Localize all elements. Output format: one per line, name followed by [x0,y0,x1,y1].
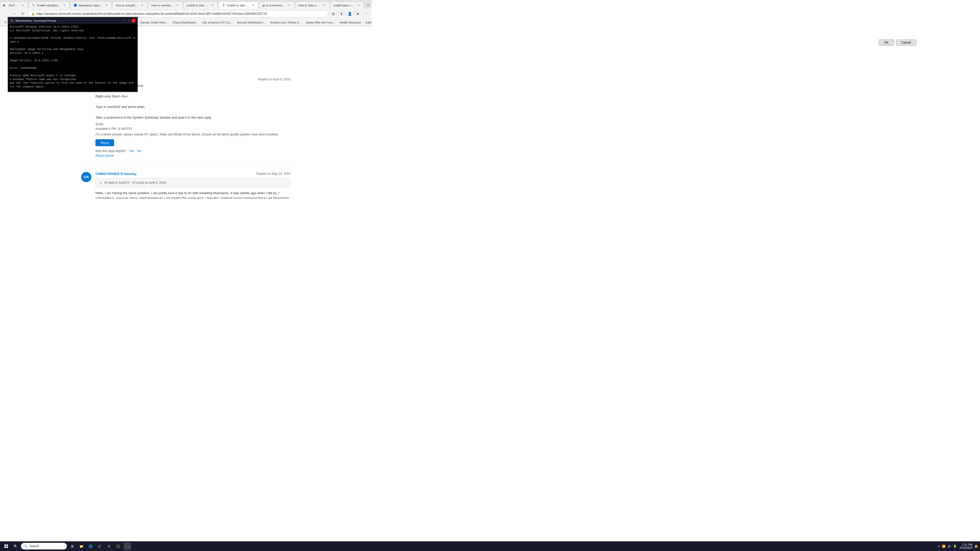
bookmark-label-earth: Earth Defense Force: I... [366,21,372,24]
tab-title-ss: go to screenshot ... [262,4,286,7]
tab-enable-virtual[interactable]: 🔧 Enable virtualizati... ✕ [29,2,70,9]
no-link-sumit[interactable]: No [137,149,141,153]
address-bar[interactable]: 🔒 https://answers.microsoft.com/en-us/wi… [28,10,328,17]
reply-date-christopher: Replied on May 14, 2023 [256,172,290,176]
new-tab-button[interactable]: + [364,2,372,9]
profile-icon[interactable]: 👤 [346,10,353,17]
main-content: ⬛ Administrator: Command Prompt ─ □ ✕ Mi… [0,26,372,199]
bookmark-chevy[interactable]: Chevy Dashboard... [171,20,200,25]
toolbar-icons: ⊞ ⬇ 👤 ★ ⋯ [330,10,369,17]
tab-how-to[interactable]: How to Take a S... ✕ [295,2,329,9]
reply-header-christopher: CHRISTOPHER R Hensley Replied on May 14,… [95,172,290,176]
tab-close-youtube[interactable]: ✕ [21,3,25,7]
bookmark-label-amazon: Amazon.com: Online S... [270,21,301,24]
reply-christopher: CR CHRISTOPHER R Hensley Replied on May … [81,167,290,199]
settings-icon[interactable]: ⋯ [363,10,369,17]
tab-title-ev: Enable virtualizati... [37,4,61,7]
tab-close-u1[interactable]: ✕ [210,3,215,7]
url-text: https://answers.microsoft.com/en-us/wind… [37,12,325,16]
reply-actions-sumit: Reply [95,139,290,146]
reply-signature-sumit: Sumit [95,122,290,126]
tab-close-hc[interactable]: ✕ [140,3,144,7]
extensions-icon[interactable]: ⊞ [330,10,337,17]
tab-close-ev[interactable]: ✕ [62,3,66,7]
reply-line-2: Right-click Start> Run. [95,94,290,99]
tab-title-u2: Unable to start w... [227,4,250,7]
tab-close-bs[interactable]: ✕ [104,3,108,7]
tab-title-ih: install hyper-v o... [334,4,355,7]
tab-close-hu[interactable]: ✕ [175,3,180,7]
bookmark-label-health: Health Insurance [340,21,361,24]
bookmark-canvas[interactable]: Canvas Credit Union... [138,20,170,25]
reload-button[interactable]: ↻ [19,10,27,17]
cmd-window[interactable]: ⬛ Administrator: Command Prompt ─ □ ✕ Mi… [8,26,138,92]
tab-favicon-bs: 🔵 [73,3,77,7]
bookmark-amazon[interactable]: Amazon.com: Online S... [268,20,304,25]
quote-arrow-icon: ↳ [99,181,102,185]
tab-title-u1: unable to start w... [186,4,209,7]
bookmark-favicon-yahoo: Y! [4,21,6,24]
quoted-reply-christopher: ↳ In reply to Sumit D - IA's post on Apr… [95,178,290,187]
download-icon[interactable]: ⬇ [338,10,345,17]
tab-close-u2[interactable]: ✕ [251,3,255,7]
tab-install-hyper[interactable]: install hyper-v o... ✕ [330,2,364,9]
reply-line-3: Type in msinfo32 and press enter. [95,104,290,110]
tab-how-complete[interactable]: How to complete... ✕ [112,2,147,9]
tab-bar: ▶ YouTube ✕ 🔧 Enable virtualizati... ✕ 🔵… [0,0,372,9]
tab-unable-1[interactable]: unable to start w... ✕ [183,2,218,9]
bookmark-earth[interactable]: Earth Defense Force: I... [363,20,372,25]
tab-title-hu: How to uninstall ... [151,4,174,7]
bookmark-label-canvas: Canvas Credit Union... [140,21,169,24]
tab-bluestacks[interactable]: 🔵 bluestacks registri... ✕ [70,2,112,9]
tab-title-ht: How to Take a S... [298,4,321,7]
bookmark-health[interactable]: Health Insurance [338,20,363,25]
tab-unable-2-active[interactable]: ❓ Unable to start w... ✕ [218,2,259,9]
helpful-row-sumit: Was this reply helpful? Yes No [95,149,290,153]
reply-username-christopher[interactable]: CHRISTOPHER R Hensley [95,172,137,176]
back-button[interactable]: ← [2,10,9,17]
tab-close-ss[interactable]: ✕ [287,3,291,7]
reply-availability-sumit: Available 6 PM - 8 AM PST [95,127,290,130]
tab-close-ht[interactable]: ✕ [322,3,326,7]
bookmark-qobuz[interactable]: Qobuz-Why don't you... [304,20,337,25]
tab-favicon-ev: 🔧 [32,3,35,7]
avatar-christopher: CR [81,172,91,182]
reply-button-sumit[interactable]: Reply [95,139,114,146]
yes-link-sumit[interactable]: Yes [129,149,134,153]
tab-favicon-u2: ❓ [222,3,225,7]
bookmark-label-qobuz: Qobuz-Why don't you... [306,21,335,24]
forward-button[interactable]: → [11,10,18,17]
reply-content-christopher: Hello, I am having the same problem. I a… [95,191,290,199]
reply-note-sumit: For a better answer, always include PC S… [95,133,290,136]
tab-youtube[interactable]: ▶ YouTube ✕ [0,2,28,9]
tab-title-bs: bluestacks registri... [79,4,103,7]
cmd-output: Microsoft Windows [Version 10.0.22621.17… [10,26,136,92]
tab-favicon-youtube: ▶ [3,3,7,7]
tab-title-youtube: YouTube [8,4,19,7]
helpful-text-sumit: Was this reply helpful? [95,149,126,153]
bookmark-aurora[interactable]: City of Aurora CO | Cu... [200,20,234,25]
bookmark-label-chevy: Chevy Dashboard... [173,21,197,24]
bookmark-label-account: Account Dashboard |... [237,21,266,24]
reply-date-sumit: Replied on April 9, 2023 [258,78,290,81]
cmd-body: Microsoft Windows [Version 10.0.22621.17… [8,26,137,92]
tab-close-ih[interactable]: ✕ [356,3,361,7]
reply-line-4: Take a screenshot of the System Summary … [95,115,290,121]
tab-screenshot[interactable]: go to screenshot ... ✕ [259,2,295,9]
report-abuse-sumit[interactable]: Report abuse [95,154,290,157]
lock-icon: 🔒 [32,12,35,16]
quote-text-christopher: In reply to Sumit D - IA's post on April… [104,181,166,184]
reply-body-christopher: CHRISTOPHER R Hensley Replied on May 14,… [95,172,290,199]
tab-how-uninstall[interactable]: How to uninstall ... ✕ [148,2,183,9]
bookmark-account[interactable]: Account Dashboard |... [235,20,268,25]
tab-title-hc: How to complete... [116,4,138,7]
avatar-initials-christopher: CR [84,175,89,179]
bookmark-label-aurora: City of Aurora CO | Cu... [202,21,232,24]
reply-text-christopher: Hello, I am having the same problem. I a… [95,191,290,199]
favorites-icon[interactable]: ★ [354,10,361,17]
